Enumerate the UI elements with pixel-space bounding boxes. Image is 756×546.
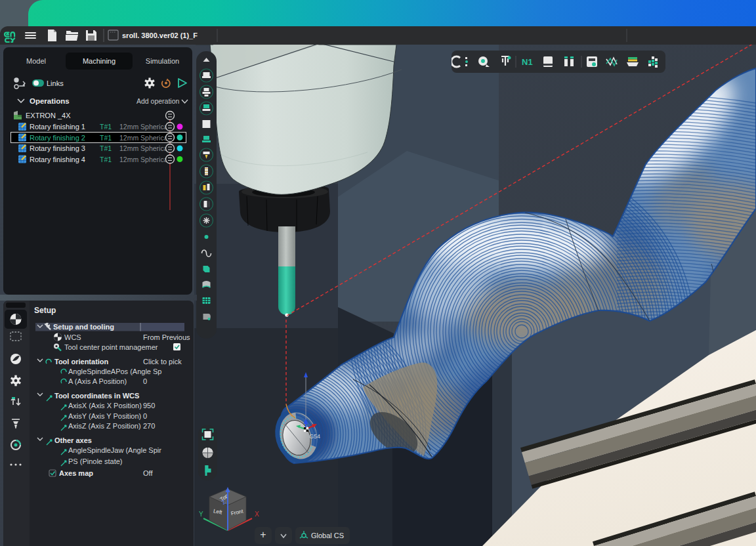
svg-text:AxisX (Axis X Position): AxisX (Axis X Position) [68,402,142,410]
svg-text:Tool orientation: Tool orientation [54,358,109,366]
svg-text:Other axes: Other axes [54,436,92,444]
svg-text:T#1: T#1 [100,134,112,142]
svg-text:Rotary finishing 4: Rotary finishing 4 [30,156,85,163]
svg-text:Tool coordinates in WCS: Tool coordinates in WCS [54,392,139,400]
svg-text:Rotary finishing 3: Rotary finishing 3 [30,144,85,152]
svg-text:12mm Spherical: 12mm Spherical [119,123,169,131]
svg-text:12mm Spherical: 12mm Spherical [119,134,169,142]
svg-text:AxisY (Axis Y Position): AxisY (Axis Y Position) [68,412,141,420]
svg-text:Links: Links [47,79,64,87]
svg-text:EXTRON _4X: EXTRON _4X [26,112,71,119]
svg-text:0: 0 [143,377,147,385]
svg-text:A (Axis A Position): A (Axis A Position) [68,377,127,385]
svg-text:X: X [255,511,259,518]
svg-text:12mm Spherical: 12mm Spherical [119,144,169,152]
svg-text:WCS: WCS [64,333,81,341]
svg-text:G54: G54 [309,433,320,440]
svg-text:Tool center point managemer: Tool center point managemer [64,343,158,351]
svg-text:N1: N1 [522,57,533,67]
svg-text:Rotary finishing 1: Rotary finishing 1 [30,123,85,131]
svg-text:Setup and tooling: Setup and tooling [53,323,114,331]
svg-text:AngleSpindleAPos (Angle Sp: AngleSpindleAPos (Angle Sp [68,368,161,375]
svg-text:AxisZ (Axis Z Position): AxisZ (Axis Z Position) [68,422,141,430]
svg-text:T#1: T#1 [100,156,112,163]
svg-text:270: 270 [143,422,155,430]
svg-text:Global CS: Global CS [311,532,344,539]
svg-text:12mm Spherical: 12mm Spherical [119,156,169,163]
svg-text:0: 0 [143,412,147,420]
svg-text:Off: Off [143,469,153,477]
svg-text:Add operation: Add operation [136,97,180,105]
svg-text:T#1: T#1 [100,144,112,152]
svg-text:950: 950 [143,402,155,410]
svg-text:Click to pick: Click to pick [143,358,182,366]
svg-text:From Previous: From Previous [143,333,190,341]
svg-text:sroll. 3800.ver02 (1)_F: sroll. 3800.ver02 (1)_F [122,32,198,39]
svg-text:T#1: T#1 [100,123,112,131]
svg-text:Operations: Operations [30,97,70,105]
svg-text:Axes map: Axes map [59,469,93,477]
svg-text:PS (Pinole state): PS (Pinole state) [68,457,123,465]
svg-text:AngleSpindleJaw (Angle Spir: AngleSpindleJaw (Angle Spir [68,446,161,454]
svg-text:Y: Y [199,511,203,518]
svg-text:Rotary finishing 2: Rotary finishing 2 [30,134,85,142]
